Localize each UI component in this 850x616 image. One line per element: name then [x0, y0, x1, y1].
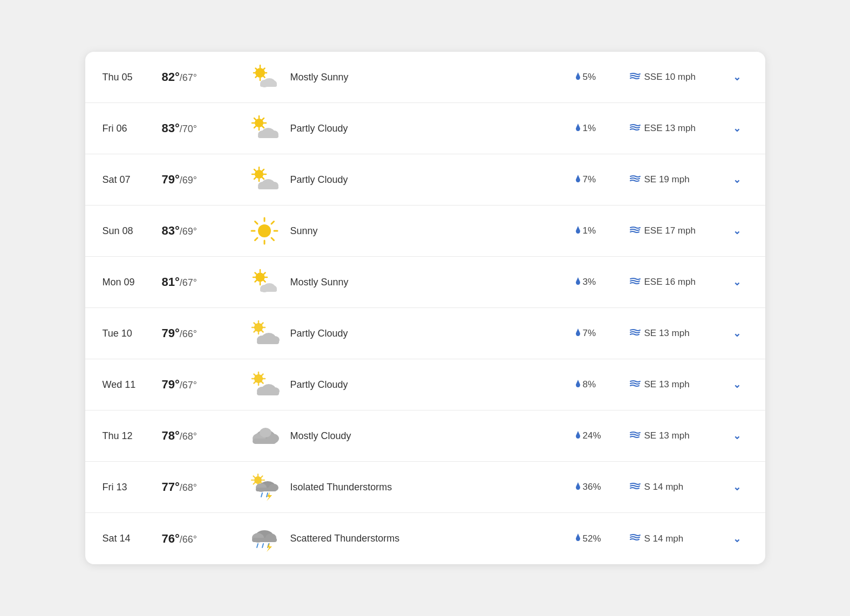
temperature: 79°/69°	[162, 173, 243, 187]
svg-line-31	[262, 177, 264, 180]
precip-value: 5%	[583, 72, 596, 83]
svg-rect-111	[252, 538, 277, 542]
chevron-down-icon: ⌄	[733, 122, 741, 134]
precipitation: 7%	[575, 174, 629, 186]
chevron-down-icon: ⌄	[733, 379, 741, 391]
svg-line-105	[261, 493, 262, 497]
precip-icon	[575, 430, 581, 442]
weather-row: Sun 08 83°/69° Sunny 1%	[85, 206, 765, 257]
temp-high: 78°	[162, 429, 180, 442]
temp-high: 83°	[162, 224, 180, 237]
date-label: Tue 10	[103, 328, 162, 339]
weather-icon-container	[243, 216, 286, 246]
expand-button[interactable]: ⌄	[726, 481, 748, 493]
precipitation: 24%	[575, 430, 629, 442]
precip-value: 1%	[583, 123, 596, 134]
precipitation: 7%	[575, 328, 629, 339]
expand-button[interactable]: ⌄	[726, 122, 748, 134]
chevron-down-icon: ⌄	[733, 430, 741, 442]
expand-button[interactable]: ⌄	[726, 430, 748, 442]
temp-low: /70°	[180, 124, 197, 134]
precip-icon	[575, 379, 581, 391]
svg-point-8	[255, 68, 265, 78]
wind-icon	[629, 328, 641, 339]
weather-icon-container	[243, 421, 286, 451]
expand-button[interactable]: ⌄	[726, 71, 748, 83]
svg-rect-38	[258, 186, 278, 189]
temp-high: 79°	[162, 378, 180, 391]
temp-high: 77°	[162, 480, 180, 494]
wind-icon	[629, 174, 641, 186]
temp-high: 82°	[162, 70, 180, 84]
weather-row: Tue 10 79°/66° Partly Cloudy	[85, 308, 765, 359]
wind-value: SSE 10 mph	[644, 72, 696, 83]
date-label: Sat 07	[103, 174, 162, 186]
temp-low: /69°	[180, 175, 197, 186]
weather-row: Fri 13 77°/68°	[85, 462, 765, 513]
precip-icon	[575, 533, 581, 544]
condition-label: Partly Cloudy	[286, 328, 575, 339]
svg-line-112	[257, 544, 258, 547]
expand-button[interactable]: ⌄	[726, 379, 748, 391]
svg-rect-91	[253, 439, 276, 444]
wind-value: SE 13 mph	[644, 379, 690, 390]
wind-value: ESE 16 mph	[644, 277, 696, 288]
svg-point-69	[254, 323, 263, 332]
expand-button[interactable]: ⌄	[726, 174, 748, 186]
expand-button[interactable]: ⌄	[726, 276, 748, 288]
wind-icon	[629, 379, 641, 391]
weather-icon-container	[243, 369, 286, 400]
svg-line-19	[262, 118, 264, 120]
wind-info: SE 13 mph	[629, 328, 726, 339]
weather-icon-container	[243, 267, 286, 297]
svg-line-99	[253, 483, 255, 484]
date-label: Sat 14	[103, 533, 162, 544]
wind-value: S 14 mph	[644, 533, 684, 544]
temperature: 83°/69°	[162, 224, 243, 238]
svg-line-43	[255, 222, 257, 224]
weather-row: Sat 14 76°/66° Scattered Thunderstorms 5…	[85, 513, 765, 564]
svg-point-100	[254, 476, 262, 484]
precip-icon	[575, 482, 581, 493]
svg-point-90	[260, 428, 271, 437]
svg-rect-12	[260, 84, 277, 87]
weather-row: Thu 05 82°/67° Mostly Sunny	[85, 52, 765, 103]
wind-info: S 14 mph	[629, 533, 726, 544]
svg-point-21	[255, 119, 263, 127]
wind-value: SE 13 mph	[644, 430, 690, 441]
wind-icon	[629, 430, 641, 442]
precipitation: 5%	[575, 72, 629, 83]
svg-rect-73	[257, 340, 279, 344]
condition-label: Partly Cloudy	[286, 123, 575, 134]
temp-high: 83°	[162, 121, 180, 135]
temp-low: /66°	[180, 534, 197, 545]
expand-button[interactable]: ⌄	[726, 533, 748, 545]
expand-button[interactable]: ⌄	[726, 327, 748, 339]
chevron-down-icon: ⌄	[733, 71, 741, 83]
svg-line-17	[254, 118, 256, 120]
chevron-down-icon: ⌄	[733, 533, 741, 545]
temp-high: 81°	[162, 275, 180, 289]
svg-line-53	[263, 280, 266, 282]
svg-point-34	[255, 170, 263, 179]
condition-label: Scattered Thunderstorms	[286, 533, 575, 544]
svg-line-55	[255, 280, 257, 282]
expand-button[interactable]: ⌄	[726, 225, 748, 237]
precip-value: 3%	[583, 277, 596, 288]
weather-icon-container	[243, 62, 286, 92]
wind-info: ESE 16 mph	[629, 277, 726, 288]
precipitation: 1%	[575, 225, 629, 237]
date-label: Wed 11	[103, 379, 162, 391]
weather-row: Sat 07 79°/69° Partly Cloudy	[85, 154, 765, 206]
temperature: 82°/67°	[162, 70, 243, 84]
svg-point-56	[255, 273, 264, 282]
chevron-down-icon: ⌄	[733, 327, 741, 339]
svg-line-52	[255, 273, 257, 275]
weather-row: Thu 12 78°/68° Mostly Cloudy 24% SE 13 m…	[85, 410, 765, 462]
temperature: 79°/67°	[162, 378, 243, 392]
weather-icon-container	[243, 165, 286, 195]
wind-info: ESE 17 mph	[629, 225, 726, 237]
temperature: 83°/70°	[162, 121, 243, 135]
condition-label: Isolated Thunderstorms	[286, 482, 575, 493]
svg-marker-115	[267, 543, 272, 552]
